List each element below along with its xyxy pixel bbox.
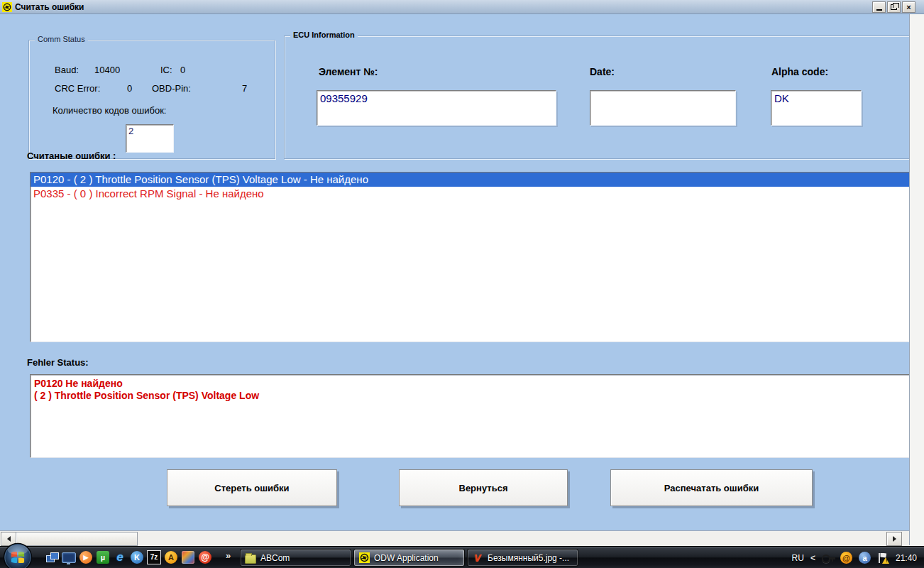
minimize-button[interactable] [872, 1, 886, 13]
mailru-tray-icon[interactable]: @ [840, 552, 852, 564]
error-list-item[interactable]: P0120 - ( 2 ) Throttle Position Sensor (… [31, 173, 909, 187]
ic-value: 0 [180, 65, 185, 75]
show-desktop-icon[interactable] [61, 550, 77, 565]
baud-value: 10400 [94, 65, 120, 75]
crc-error-value: 0 [127, 83, 132, 94]
error-listbox[interactable]: P0120 - ( 2 ) Throttle Position Sensor (… [30, 172, 910, 342]
system-tray: RU < @ a ! 21:40 [792, 547, 924, 568]
tray-expand-chevron[interactable]: < [810, 553, 815, 563]
titlebar[interactable]: Считать ошибки × [0, 0, 924, 14]
element-number-label: Элемент №: [319, 66, 378, 77]
utorrent-icon[interactable]: µ [95, 550, 111, 565]
erase-errors-button[interactable]: Стереть ошибки [167, 469, 337, 506]
horizontal-scroll-thumb[interactable] [16, 532, 138, 546]
clock[interactable]: 21:40 [896, 553, 917, 563]
error-count-label: Количество кодов ошибок: [53, 105, 166, 116]
taskbar-item-image-viewer[interactable]: V Безымянный5.jpg -... [467, 549, 578, 567]
minimize-icon [876, 9, 882, 11]
kmplayer-icon[interactable]: K [129, 550, 145, 565]
media-player-icon[interactable]: ▶ [78, 550, 94, 565]
graphics-app-icon[interactable] [180, 550, 196, 565]
alpha-code-field[interactable]: DK [771, 90, 862, 126]
internet-explorer-icon[interactable]: e [112, 550, 128, 565]
mailru-agent-icon[interactable]: @ [197, 550, 213, 565]
app-window: Считать ошибки × Comm Status Baud: 10400… [0, 0, 924, 546]
taskbar-item-abcom[interactable]: ABCom [240, 549, 351, 567]
window-switcher-icon[interactable] [44, 550, 60, 565]
close-button[interactable]: × [902, 1, 915, 13]
date-field[interactable] [590, 90, 736, 126]
opel-blitz-icon [358, 552, 370, 564]
taskbar-item-odw-application[interactable]: ODW Application [353, 549, 465, 567]
screen: Считать ошибки × Comm Status Baud: 10400… [0, 0, 924, 568]
action-center-flag-icon[interactable]: ! [877, 552, 889, 564]
error-list-item[interactable]: P0335 - ( 0 ) Incorrect RPM Signal - Не … [31, 187, 909, 201]
taskbar: ▶ µ e K 7z A @ » ABCom [0, 546, 924, 568]
window-title: Считать ошибки [15, 2, 84, 12]
window-client-area: Comm Status Baud: 10400 IC: 0 CRC Error:… [0, 14, 909, 530]
7zip-icon[interactable]: 7z [146, 550, 162, 565]
language-indicator[interactable]: RU [792, 553, 804, 563]
folder-icon [245, 552, 256, 564]
ic-label: IC: [160, 65, 172, 75]
fehler-status-box[interactable]: P0120 Не найдено ( 2 ) Throttle Position… [30, 374, 917, 458]
opel-blitz-icon [2, 2, 12, 12]
start-button[interactable] [3, 542, 33, 568]
fehler-status-label: Fehler Status: [27, 357, 89, 368]
key-tray-icon[interactable] [822, 552, 834, 564]
task-buttons: ABCom ODW Application V Безымянный5.jpg … [240, 549, 578, 567]
error-count-field[interactable]: 2 [126, 124, 174, 153]
comm-status-group: Comm Status Baud: 10400 IC: 0 CRC Error:… [28, 40, 275, 159]
arrow-right-icon [893, 536, 896, 542]
print-errors-button[interactable]: Распечатать ошибки [610, 469, 813, 506]
fehler-line: P0120 Не найдено [34, 378, 913, 390]
ecu-information-group: ECU Information Элемент №: 09355929 Date… [284, 36, 910, 159]
obd-pin-value: 7 [242, 83, 247, 94]
quick-launch-bar: ▶ µ e K 7z A @ [44, 550, 213, 565]
quick-launch-overflow-chevron[interactable]: » [226, 550, 231, 561]
vertical-scrollbar[interactable] [909, 14, 924, 545]
scroll-right-button[interactable] [886, 532, 902, 546]
restore-button[interactable] [887, 1, 901, 13]
crc-error-label: CRC Error: [55, 83, 100, 94]
close-icon: × [906, 4, 911, 11]
aimp-icon[interactable]: A [163, 550, 179, 565]
arrow-left-icon [7, 536, 11, 542]
fehler-line: ( 2 ) Throttle Position Sensor (TPS) Vol… [34, 390, 913, 402]
read-errors-label: Считаные ошибки : [27, 151, 116, 161]
comm-status-legend: Comm Status [35, 35, 88, 43]
element-number-field[interactable]: 09355929 [317, 90, 556, 126]
return-button[interactable]: Вернуться [399, 469, 568, 506]
restore-icon [891, 4, 897, 10]
window-controls: × [872, 1, 915, 13]
antivirus-tray-icon[interactable]: a [859, 552, 871, 564]
baud-label: Baud: [55, 65, 79, 75]
date-label: Date: [590, 66, 615, 77]
obd-pin-label: OBD-Pin: [152, 83, 191, 94]
image-viewer-icon: V [472, 552, 483, 564]
ecu-information-legend: ECU Information [290, 31, 358, 39]
horizontal-scrollbar[interactable] [0, 530, 909, 546]
alpha-code-label: Alpha code: [771, 66, 828, 77]
